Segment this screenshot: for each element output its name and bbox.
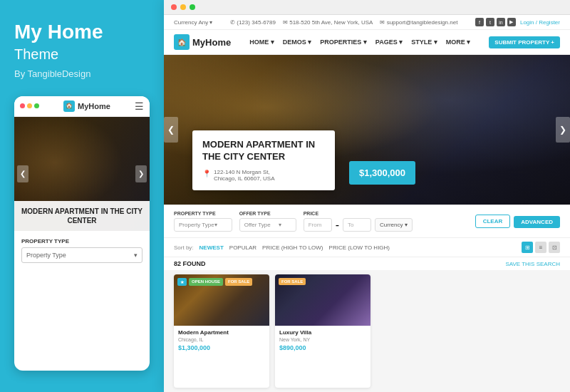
- mobile-menu-icon[interactable]: ☰: [135, 100, 144, 112]
- nav-item-home[interactable]: HOME ▾: [249, 38, 274, 46]
- hero-price-button[interactable]: $1,300,000: [349, 161, 415, 185]
- property-address-1: Chicago, IL: [178, 337, 265, 342]
- hero-section: ❮ ❯ MODERN APARTMENT IN THE CITY CENTER …: [164, 55, 570, 205]
- property-info-1: Modern Apartment Chicago, IL $1,300,000: [174, 326, 269, 355]
- property-price-2: $890,000: [279, 344, 366, 351]
- advanced-button[interactable]: ADVANCED: [514, 216, 560, 228]
- sort-price-low[interactable]: PRICE (LOW TO HIGH): [329, 244, 390, 251]
- mobile-dot-green: [34, 103, 39, 108]
- hero-prev-arrow[interactable]: ❮: [164, 117, 178, 143]
- mobile-next-arrow[interactable]: ❯: [135, 165, 147, 182]
- property-type-field: PROPERTY TYPE Property Type ▾: [174, 211, 232, 232]
- for-sale-badge-1: FOR SALE: [225, 278, 252, 286]
- save-search-link[interactable]: SAVE THIS SEARCH: [505, 261, 560, 267]
- browser-dot-yellow: [180, 4, 186, 10]
- browser-dot-red: [171, 4, 177, 10]
- currency-badge[interactable]: Currency ▾: [375, 218, 413, 232]
- topbar-email: ✉ support@tangibledesign.net: [380, 19, 457, 26]
- badge-row-2: FOR SALE: [279, 278, 306, 285]
- search-buttons: CLEAR ADVANCED: [475, 215, 560, 228]
- mobile-dot-yellow: [27, 103, 32, 108]
- instagram-icon[interactable]: in: [497, 18, 505, 26]
- currency-label: Currency: [174, 19, 197, 26]
- mobile-hero-caption: MODERN APARTMENT IN THE CITY CENTER: [14, 201, 150, 231]
- mobile-hero: ❮ ❯ MODERN APARTMENT IN THE CITY CENTER: [14, 117, 150, 231]
- sort-popular[interactable]: POPULAR: [229, 244, 256, 251]
- property-type-select[interactable]: Property Type ▾: [174, 218, 232, 232]
- for-sale-badge-2: FOR SALE: [279, 278, 306, 285]
- mobile-logo-icon: 🏠: [63, 100, 75, 112]
- hero-next-arrow[interactable]: ❯: [556, 117, 570, 143]
- topbar-address: ✉ 518-520 5th Ave, New York, USA: [283, 19, 373, 26]
- sort-newest[interactable]: NEWEST: [200, 244, 224, 251]
- offer-type-arrow: ▾: [279, 222, 281, 228]
- property-price-1: $1,300,000: [178, 344, 265, 351]
- price-from-input[interactable]: From: [304, 218, 332, 232]
- mobile-logo: 🏠 MyHome: [63, 100, 110, 112]
- desktop-logo[interactable]: 🏠 MyHome: [174, 34, 231, 50]
- location-icon: 📍: [202, 170, 211, 177]
- offer-type-select[interactable]: Offer Type ▾: [239, 218, 296, 232]
- found-bar: 82 FOUND SAVE THIS SEARCH: [164, 257, 570, 270]
- property-image-1: ★ OPEN HOUSE FOR SALE: [174, 274, 269, 326]
- hero-property-title: MODERN APARTMENT IN THE CITY CENTER: [202, 139, 325, 163]
- price-field: PRICE From - To Currency ▾: [304, 211, 413, 232]
- property-title-2: Luxury Villa: [279, 329, 366, 336]
- currency-selector[interactable]: Currency Any ▾: [174, 19, 212, 26]
- twitter-icon[interactable]: t: [486, 18, 494, 26]
- mobile-search-panel: PROPERTY TYPE Property Type ▾: [14, 231, 150, 270]
- youtube-icon[interactable]: ▶: [507, 18, 516, 26]
- topbar-right: f t in ▶ Login / Register: [475, 18, 560, 26]
- open-house-badge: OPEN HOUSE: [189, 278, 223, 286]
- property-card-2[interactable]: FOR SALE Luxury Villa New York, NY $890,…: [275, 274, 370, 388]
- mobile-search-label: PROPERTY TYPE: [21, 238, 142, 244]
- price-to-input[interactable]: To: [343, 218, 371, 232]
- mobile-dot-red: [20, 103, 25, 108]
- mobile-property-type-select[interactable]: Property Type ▾: [21, 247, 142, 263]
- by-line: By TangibleDesign: [14, 68, 150, 79]
- results-bar: Sort by: NEWEST POPULAR PRICE (HIGH TO L…: [164, 238, 570, 257]
- desktop-logo-icon: 🏠: [174, 34, 190, 50]
- login-link[interactable]: Login / Register: [520, 19, 560, 26]
- browser-dot-green: [190, 4, 195, 10]
- left-panel: My Home Theme By TangibleDesign 🏠 MyHome…: [0, 0, 164, 392]
- price-label: PRICE: [304, 211, 413, 216]
- list-view-icon[interactable]: ≡: [535, 242, 546, 253]
- search-bar: PROPERTY TYPE Property Type ▾ OFFER TYPE…: [164, 205, 570, 238]
- found-count: 82 FOUND: [174, 260, 206, 267]
- facebook-icon[interactable]: f: [475, 18, 484, 26]
- property-card-1[interactable]: ★ OPEN HOUSE FOR SALE Modern Apartment C…: [174, 274, 269, 388]
- property-address-2: New York, NY: [279, 337, 366, 342]
- mobile-header: 🏠 MyHome ☰: [14, 96, 150, 117]
- browser-chrome: [164, 0, 570, 15]
- view-toggle: ⊞ ≡ ⊡: [522, 242, 560, 253]
- nav-item-demos[interactable]: DEMOS ▾: [283, 38, 312, 46]
- nav-item-style[interactable]: STYLE ▾: [411, 38, 437, 46]
- grid-view-icon[interactable]: ⊞: [522, 242, 533, 253]
- hero-address-text: 122-140 N Morgan St, Chicago, IL 60607, …: [214, 169, 275, 182]
- property-type-arrow: ▾: [214, 222, 217, 228]
- price-dash: -: [336, 219, 339, 232]
- nav-item-properties[interactable]: PROPERTIES ▾: [320, 38, 367, 46]
- sort-price-high[interactable]: PRICE (HIGH TO LOW): [262, 244, 323, 251]
- sort-controls: Sort by: NEWEST POPULAR PRICE (HIGH TO L…: [174, 244, 390, 251]
- clear-button[interactable]: CLEAR: [475, 215, 511, 228]
- hero-property-card: MODERN APARTMENT IN THE CITY CENTER 📍 12…: [192, 130, 335, 190]
- property-type-label: PROPERTY TYPE: [174, 211, 232, 216]
- property-info-2: Luxury Villa New York, NY $890,000: [275, 326, 370, 355]
- offer-type-label: OFFER TYPE: [239, 211, 296, 216]
- submit-property-button[interactable]: SUBMIT PROPERTY +: [489, 36, 560, 48]
- desktop-nav: 🏠 MyHome HOME ▾ DEMOS ▾ PROPERTIES ▾ PAG…: [164, 30, 570, 55]
- theme-title: My Home: [14, 21, 150, 43]
- topbar-left: Currency Any ▾: [174, 19, 212, 26]
- nav-item-more[interactable]: MORE ▾: [446, 38, 471, 46]
- nav-item-pages[interactable]: PAGES ▾: [375, 38, 403, 46]
- mobile-prev-arrow[interactable]: ❮: [17, 165, 28, 182]
- topbar-phone: ✆ (123) 345-6789: [230, 19, 276, 26]
- desktop-logo-text: MyHome: [192, 37, 231, 48]
- mobile-select-arrow: ▾: [134, 252, 138, 259]
- right-panel: Currency Any ▾ ✆ (123) 345-6789 ✉ 518-52…: [164, 0, 570, 392]
- map-view-icon[interactable]: ⊡: [549, 242, 560, 253]
- sort-by-label: Sort by:: [174, 244, 194, 251]
- property-image-2: FOR SALE: [275, 274, 370, 326]
